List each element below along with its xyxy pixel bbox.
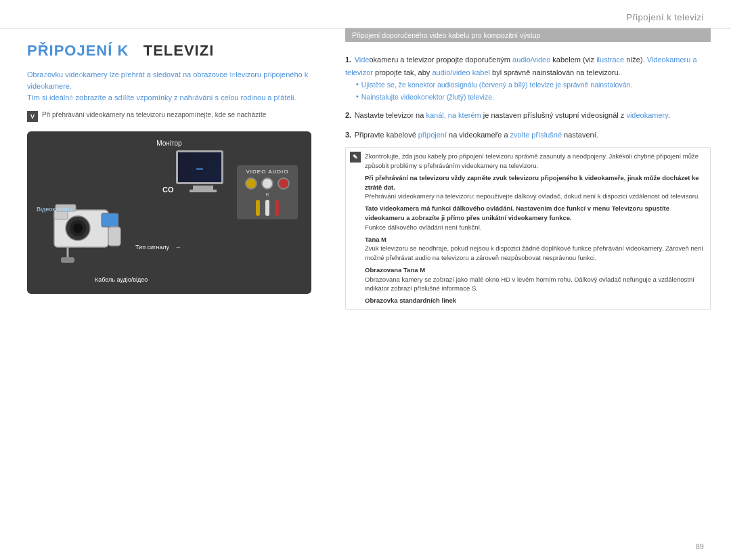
tv-base [190,190,217,192]
svg-rect-7 [108,227,120,246]
av-connector-box: VIDEO AUDIO R [237,165,298,219]
diagram-label-cable: Кабель аудіо/відео [95,276,148,283]
diagram-box: Монітор ▬ VIDEO AUDIO [27,131,311,294]
av-plug-white [265,200,269,216]
av-circle-yellow [245,177,257,190]
svg-rect-9 [61,257,74,263]
av-label: VIDEO AUDIO [246,169,288,175]
arrow-label: Тип сигналу → [135,240,181,252]
section-title-part2: TELEVIZI [143,42,215,59]
right-column: Připojení doporučeného video kabelu pro … [332,28,731,560]
note-text: Při přehrávání videokamery na televizoru… [42,110,266,120]
page-number: 89 [696,542,704,551]
step-3-text: Připravte kabelové připojení na videokam… [355,131,598,139]
av-plug-red [275,200,279,216]
camera-svg [41,190,135,264]
av-plug-yellow [256,200,260,216]
camera-area [41,190,135,267]
step-3: 3. Připravte kabelové připojení na video… [345,128,711,141]
left-column: PŘIPOJENÍ K TELEVIZI Obrazovku videokame… [0,28,332,560]
step-1-text: Videokameru a televizor propojte doporuč… [345,56,697,77]
diagram-label-top: Монітор [156,139,181,147]
co-label: CO [162,186,174,194]
section-bar: Připojení doporučeného video kabelu pro … [345,28,711,42]
step-2-text: Nastavte televizor na kanál, na kterém j… [355,111,670,119]
header: Připojení k televizi [0,0,731,28]
note-box: V Při přehrávání videokamery na televizo… [27,110,311,122]
page-container: Připojení k televizi PŘIPOJENÍ K TELEVIZ… [0,0,731,560]
av-circle-white [261,177,273,190]
note-icon-right: ✎ [350,152,361,163]
step-2: 2. Nastavte televizor na kanál, na které… [345,108,711,121]
note-icon-label: V [30,113,35,120]
note-box-right: ✎ Zkontrolujte, zda jsou kabely pro přip… [345,147,711,309]
svg-point-3 [73,223,83,233]
tv-shape: ▬ [176,150,230,191]
av-connectors [245,177,290,190]
section-title: PŘIPOJENÍ K TELEVIZI [27,42,311,60]
av-plugs [256,200,279,216]
step-1-number: 1. [345,56,351,64]
steps-section: 1. Videokameru a televizor propojte dopo… [345,50,711,310]
intro-text: Obrazovku videokamery lze přehrát a sled… [27,69,311,104]
header-title: Připojení k televizi [626,12,704,22]
tv-screen: ▬ [176,150,223,184]
step-1-sub1-text: Ujistěte se, že konektor audiosignálu (č… [361,80,632,90]
diagram-label-camera: Відеокамера [37,206,73,213]
step-1-sub2-text: Nainstalujte videokonektor (žlutý) telev… [361,92,494,102]
step-2-number: 2. [345,111,351,119]
note-icon: V [27,111,38,122]
section-title-part1: PŘIPOJENÍ K [27,42,129,59]
note-content-right: Zkontrolujte, zda jsou kabely pro připoj… [365,152,706,305]
step-1: 1. Videokameru a televizor propojte dopo… [345,53,711,102]
step-3-number: 3. [345,131,351,139]
av-circle-red [278,177,290,190]
step-1-sub1: • Ujistěte se, že konektor audiosignálu … [345,80,711,90]
svg-rect-5 [102,213,118,227]
step-1-sub2: • Nainstalujte videokonektor (žlutý) tel… [345,92,711,102]
main-content: PŘIPOJENÍ K TELEVIZI Obrazovku videokame… [0,28,731,560]
